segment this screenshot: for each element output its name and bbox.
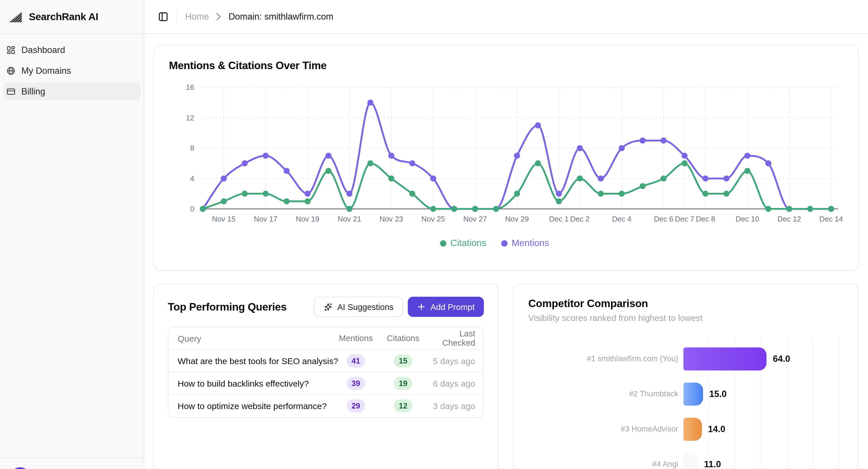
- app-logo-icon: [9, 11, 23, 22]
- svg-text:Dec 8: Dec 8: [696, 215, 715, 223]
- competitor-card: Competitor Comparison Visibility scores …: [513, 283, 858, 469]
- app-window: SearchRank AI Dashboard My Domains: [0, 0, 868, 469]
- top-queries-card: Top Performing Queries AI Suggestions: [153, 283, 498, 469]
- svg-text:Nov 21: Nov 21: [338, 215, 361, 223]
- bar-wrap: 15.0: [683, 382, 858, 405]
- svg-text:Dec 1: Dec 1: [549, 215, 569, 223]
- sidebar-item-label: Billing: [21, 86, 45, 97]
- mentions-cell: 41: [332, 354, 379, 367]
- mentions-legend-dot-icon: [501, 240, 507, 246]
- bar-value-label: 15.0: [709, 389, 727, 399]
- citations-legend-dot-icon: [440, 240, 446, 246]
- svg-text:0: 0: [190, 205, 194, 213]
- bar-wrap: 14.0: [683, 417, 858, 440]
- app-name: SearchRank AI: [29, 11, 98, 23]
- svg-text:8: 8: [190, 144, 194, 152]
- bar-category-label: #4 Angi: [514, 460, 683, 468]
- sidebar-item-dashboard[interactable]: Dashboard: [3, 41, 141, 59]
- plus-icon: [417, 302, 426, 311]
- main-content: Mentions & Citations Over Time 0481216No…: [144, 34, 868, 469]
- top-header: Home Domain: smithlawfirm.com: [144, 0, 868, 34]
- top-queries-header: Top Performing Queries AI Suggestions: [154, 284, 498, 317]
- legend-mentions-label: Mentions: [512, 238, 549, 248]
- bar-category-label: #2 Thumbtack: [514, 390, 683, 398]
- column-header-last-checked: Last Checked: [427, 329, 483, 347]
- column-header-citations: Citations: [379, 334, 427, 343]
- queries-table: Query Mentions Citations Last Checked Wh…: [168, 327, 484, 418]
- last-checked-cell: 3 days ago: [427, 401, 483, 411]
- svg-text:Dec 12: Dec 12: [777, 215, 801, 223]
- sidebar-item-my-domains[interactable]: My Domains: [3, 62, 141, 79]
- bar-wrap: 64.0: [683, 347, 858, 370]
- sidebar-toggle-button[interactable]: [156, 9, 171, 24]
- svg-text:12: 12: [186, 114, 194, 122]
- bar: [683, 417, 702, 440]
- sidebar-nav: Dashboard My Domains Billing: [0, 34, 144, 100]
- top-queries-title: Top Performing Queries: [168, 300, 314, 313]
- add-prompt-label: Add Prompt: [431, 302, 475, 311]
- bar: [683, 347, 767, 370]
- svg-text:Dec 14: Dec 14: [819, 215, 843, 223]
- query-cell: How to build backlinks effectively?: [168, 378, 332, 388]
- mentions-badge: 41: [347, 354, 365, 367]
- citations-cell: 19: [379, 376, 427, 390]
- table-row[interactable]: What are the best tools for SEO analysis…: [168, 350, 483, 372]
- credit-card-icon: [6, 87, 16, 96]
- sidebar-item-label: My Domains: [21, 65, 71, 76]
- add-prompt-button[interactable]: Add Prompt: [408, 297, 484, 317]
- dashboard-grid-icon: [6, 45, 16, 55]
- bar-value-label: 64.0: [773, 354, 790, 364]
- svg-text:4: 4: [190, 175, 194, 182]
- bar-row: #3 HomeAdvisor14.0: [514, 411, 858, 446]
- chart-card-title: Mentions & Citations Over Time: [169, 59, 327, 72]
- svg-text:Nov 17: Nov 17: [254, 215, 277, 223]
- svg-text:Nov 19: Nov 19: [296, 215, 319, 223]
- last-checked-cell: 5 days ago: [427, 356, 483, 366]
- bar: [683, 453, 698, 469]
- mentions-badge: 29: [347, 399, 365, 412]
- citations-badge: 19: [394, 376, 412, 390]
- legend-item-mentions[interactable]: Mentions: [501, 238, 549, 248]
- mentions-citations-chart: 0481216Nov 15Nov 17Nov 19Nov 21Nov 23Nov…: [154, 45, 858, 270]
- mentions-cell: 29: [332, 399, 379, 412]
- legend-item-citations[interactable]: Citations: [440, 238, 487, 248]
- svg-text:Dec 2: Dec 2: [570, 215, 590, 223]
- svg-text:16: 16: [186, 83, 194, 91]
- bar-category-label: #3 HomeAdvisor: [514, 425, 683, 433]
- bar: [683, 382, 703, 405]
- sidebar: SearchRank AI Dashboard My Domains: [0, 0, 144, 469]
- svg-text:Dec 7: Dec 7: [675, 215, 694, 223]
- table-row[interactable]: How to optimize website performance?2912…: [168, 395, 483, 417]
- competitor-subtitle: Visibility scores ranked from highest to…: [528, 313, 703, 323]
- query-cell: How to optimize website performance?: [168, 401, 332, 411]
- column-header-query: Query: [168, 333, 332, 343]
- breadcrumb-home-link[interactable]: Home: [185, 11, 209, 22]
- svg-text:Nov 15: Nov 15: [212, 215, 236, 223]
- bar-wrap: 11.0: [683, 453, 858, 469]
- sidebar-footer: [0, 458, 144, 469]
- breadcrumb-chevron-icon: [216, 13, 222, 21]
- queries-table-header: Query Mentions Citations Last Checked: [168, 327, 483, 350]
- bar-row: #1 smithlawfirm.com (You)64.0: [514, 341, 858, 376]
- svg-text:Dec 6: Dec 6: [654, 215, 673, 223]
- chart-legend: Citations Mentions: [154, 238, 835, 248]
- legend-citations-label: Citations: [451, 238, 487, 248]
- citations-badge: 15: [394, 354, 412, 367]
- competitor-title: Competitor Comparison: [528, 297, 648, 310]
- user-avatar[interactable]: [10, 467, 31, 469]
- citations-cell: 15: [379, 354, 427, 367]
- bar-row: #4 Angi11.0: [514, 446, 858, 469]
- bar-value-label: 14.0: [708, 424, 725, 434]
- table-row[interactable]: How to build backlinks effectively?39196…: [168, 372, 483, 395]
- ai-suggestions-button[interactable]: AI Suggestions: [314, 297, 403, 317]
- citations-cell: 12: [379, 399, 427, 412]
- sidebar-item-billing[interactable]: Billing: [3, 82, 141, 100]
- bar-row: #2 Thumbtack15.0: [514, 376, 858, 411]
- bar-value-label: 11.0: [704, 459, 721, 469]
- sidebar-header: SearchRank AI: [0, 0, 144, 34]
- query-cell: What are the best tools for SEO analysis…: [168, 356, 332, 366]
- column-header-mentions: Mentions: [332, 334, 379, 343]
- svg-text:Dec 4: Dec 4: [612, 215, 631, 223]
- svg-text:Nov 29: Nov 29: [505, 215, 529, 223]
- sidebar-item-label: Dashboard: [21, 45, 65, 55]
